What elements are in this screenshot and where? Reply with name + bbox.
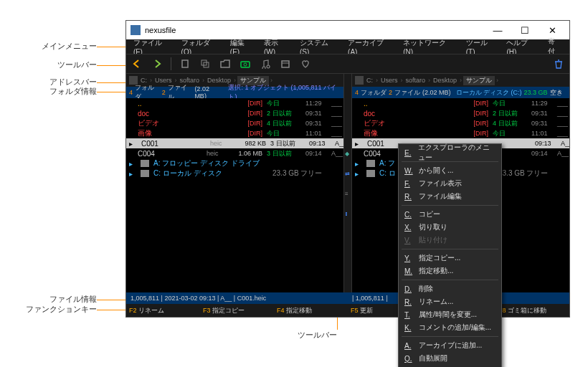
context-menu-item[interactable]: F.ファイル表示: [399, 177, 501, 190]
annotation-main-menu: メインメニュー: [14, 41, 97, 52]
camera-icon[interactable]: [239, 57, 252, 70]
file-date: 今日: [493, 99, 527, 108]
document-icon[interactable]: [179, 57, 191, 70]
file-time: 09:14: [305, 150, 327, 157]
ctx-label: コメントの追加/編集...: [419, 323, 491, 333]
forward-icon[interactable]: [151, 57, 163, 70]
back-icon[interactable]: [131, 57, 143, 70]
folder-icon[interactable]: [219, 57, 232, 70]
file-date: 4 日以前: [267, 119, 301, 128]
context-menu-item[interactable]: T.属性/時間を変更...: [399, 308, 501, 321]
svg-point-4: [244, 63, 247, 66]
context-menu-item[interactable]: X.切り取り: [399, 221, 501, 234]
fkey-label: 指定移動: [286, 306, 312, 315]
file-row[interactable]: ビデオ[DIR]4 日以前09:31___: [352, 118, 569, 128]
trash-icon[interactable]: [552, 57, 565, 70]
bars-icon[interactable]: ⫿: [345, 211, 351, 216]
ctx-key: V.: [404, 237, 413, 244]
file-size: 982 KB: [236, 140, 266, 147]
context-menu-item[interactable]: D.削除: [399, 282, 501, 295]
drive-icon: [366, 160, 375, 167]
drive-icon: [141, 170, 149, 177]
context-menu-item[interactable]: K.コメントの追加/編集...: [399, 321, 501, 334]
ctx-key: M.: [404, 267, 413, 275]
context-menu-item[interactable]: M.指定移動...: [399, 264, 501, 277]
drive-free: 23.3 GB フリー: [498, 168, 548, 178]
function-key-f4[interactable]: F4指定移動: [274, 306, 348, 315]
ctx-label: エクスプローラのメニュー: [418, 143, 495, 163]
ctx-label: 自動展開: [419, 353, 447, 363]
context-menu-item[interactable]: W.から開く...: [399, 164, 501, 177]
right-addressbar[interactable]: C:› Users› softaro› Desktop› サンプル›: [352, 74, 569, 87]
file-row[interactable]: C004heic1.06 MB3 日以前09:14A__: [126, 148, 343, 158]
file-row[interactable]: ▸C001heic982 KB3 日以前09:13A__: [126, 138, 343, 148]
context-menu-item[interactable]: C.コピー: [399, 208, 501, 221]
drive-icon: [366, 170, 375, 177]
file-attr: ___: [331, 100, 343, 107]
addr-seg[interactable]: Desktop: [432, 77, 458, 84]
addr-current[interactable]: サンプル: [463, 76, 495, 85]
file-attr: ___: [331, 130, 343, 137]
file-size: [DIR]: [232, 110, 262, 117]
addr-seg[interactable]: softaro: [404, 77, 427, 84]
ctx-label: 削除: [419, 284, 433, 294]
file-ext: heic: [210, 140, 232, 147]
left-file-list[interactable]: ..[DIR]今日11:29___doc[DIR]2 日以前09:31___ビデ…: [126, 98, 343, 292]
function-key-f3[interactable]: F3指定コピー: [200, 306, 274, 315]
folder-count: 4: [129, 89, 133, 96]
file-row[interactable]: doc[DIR]2 日以前09:31___: [352, 108, 569, 118]
ctx-key: W.: [404, 167, 413, 175]
file-name: doc: [364, 110, 428, 118]
file-row[interactable]: ▸A: フロッピー ディスク ドライブ: [126, 158, 343, 168]
file-time: 09:31: [305, 120, 327, 127]
menu-separator: [402, 249, 498, 249]
annotation-file-info: ファイル情報: [14, 294, 97, 305]
fkey-id: F5: [351, 307, 359, 314]
context-menu-item[interactable]: E.エクスプローラのメニュー: [399, 146, 501, 159]
app-window: nexusfile — ☐ ✕ ファイル(F) フォルダ(O) 編集(E) 表示…: [125, 20, 570, 318]
annotation-toolbar2: ツールバー: [294, 330, 337, 340]
ctx-label: アーカイブに追加...: [419, 340, 482, 351]
menu-separator: [402, 205, 498, 206]
file-attr: A__: [561, 140, 569, 147]
ctx-label: から開く...: [419, 166, 453, 176]
file-row[interactable]: 画像[DIR]今日11:01___: [126, 128, 343, 138]
fkey-label: ゴミ箱に移動: [508, 306, 546, 315]
file-row[interactable]: ▸C: ローカル ディスク23.3 GB フリー: [126, 168, 343, 178]
music-icon[interactable]: [259, 57, 272, 70]
copy-icon[interactable]: [199, 57, 212, 70]
file-row[interactable]: 画像[DIR]今日11:01___: [352, 128, 569, 138]
context-menu-item[interactable]: Q.自動展開: [399, 352, 501, 365]
pane-divider[interactable]: ◆ ⇄ ≡ ⫿: [343, 74, 352, 292]
addr-seg[interactable]: C:: [365, 77, 374, 84]
addr-seg[interactable]: Users: [379, 77, 399, 84]
file-attr: ___: [557, 120, 569, 127]
heart-icon[interactable]: [299, 57, 312, 70]
function-key-f8[interactable]: F8ゴミ箱に移動: [495, 306, 569, 315]
file-row[interactable]: ..[DIR]今日11:29___: [126, 98, 343, 108]
sync-icon[interactable]: ◆: [345, 151, 351, 156]
file-row[interactable]: ビデオ[DIR]4 日以前09:31___: [126, 118, 343, 128]
context-menu-item[interactable]: A.アーカイブに追加...: [399, 339, 501, 352]
file-attr: ___: [557, 130, 569, 137]
context-menu-item: V.貼り付け: [399, 234, 501, 247]
swap-icon[interactable]: ⇄: [345, 171, 351, 176]
free-label: 空き: [550, 88, 563, 97]
folder-size: (2.02 MB): [194, 85, 222, 100]
svg-rect-0: [182, 60, 188, 67]
toolbar: [126, 54, 569, 74]
file-date: 3 日以前: [270, 139, 305, 148]
drive-icon[interactable]: [355, 76, 364, 85]
file-row[interactable]: doc[DIR]2 日以前09:31___: [126, 108, 343, 118]
context-menu-item[interactable]: R.リネーム...: [399, 295, 501, 308]
file-row[interactable]: ..[DIR]今日11:29___: [352, 98, 569, 108]
context-menu-item[interactable]: Y.指定コピー...: [399, 252, 501, 264]
function-key-f2[interactable]: F2リネーム: [126, 306, 200, 315]
archive-icon[interactable]: [279, 57, 292, 70]
context-menu-item[interactable]: R.ファイル編集: [399, 190, 501, 203]
file-date: 3 日以前: [267, 149, 301, 158]
equal-icon[interactable]: ≡: [345, 191, 351, 196]
file-date: 今日: [493, 129, 527, 138]
context-menu[interactable]: E.エクスプローラのメニューW.から開く...F.ファイル表示R.ファイル編集C…: [398, 143, 502, 367]
file-count: 2: [389, 89, 392, 96]
